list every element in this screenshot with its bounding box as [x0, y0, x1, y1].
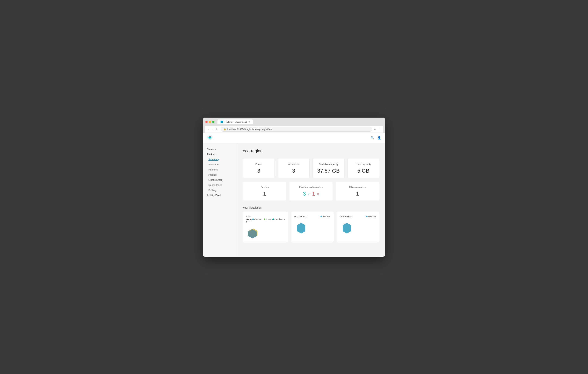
traffic-light-maximize[interactable] [212, 121, 214, 123]
browser-tab-active[interactable]: Platform – Elastic Cloud × [218, 120, 253, 124]
stat-card-zones: Zones 3 [243, 159, 275, 178]
stat-label-proxies: Proxies [247, 186, 282, 188]
sidebar: Clusters Platform Summary Allocators Run… [203, 143, 237, 257]
x-icon: ✕ [317, 192, 319, 195]
nav-back-button[interactable]: ‹ [208, 127, 210, 131]
zone-1-svg-icon [296, 222, 306, 234]
sidebar-item-summary[interactable]: Summary [203, 157, 237, 162]
browser-toolbar: ‹ › ↻ 🔒 localhost:12400/#/region/ece-reg… [205, 126, 383, 133]
tab-close-button[interactable]: × [248, 121, 250, 123]
zone-0-badge-proxy: proxy [264, 218, 271, 220]
sidebar-item-proxies[interactable]: Proxies [203, 172, 237, 177]
zone-card-1[interactable]: ece-zone-1 allocator [291, 212, 334, 243]
stat-card-available-capacity: Available capacity 37.57 GB [313, 159, 344, 178]
stat-value-available-capacity: 37.57 GB [316, 168, 340, 174]
stat-value-es-clusters: 3 ✓ 1 ✕ [293, 191, 329, 197]
bookmark-icon[interactable]: ★ [374, 128, 376, 131]
sidebar-item-elastic-stack[interactable]: Elastic Stack [203, 177, 237, 182]
sidebar-item-repositories[interactable]: Repositories [203, 182, 237, 187]
zone-0-icon [246, 227, 285, 240]
badge-dot-proxy [264, 219, 265, 220]
app-logo-container[interactable] [207, 134, 213, 141]
zone-2-badges: allocator [366, 215, 376, 218]
menu-icon[interactable]: ⋮ [378, 128, 380, 131]
stat-card-allocators: Allocators 3 [278, 159, 310, 178]
search-icon[interactable]: 🔍 [370, 136, 374, 140]
zone-0-badges: allocator proxy coordinator [252, 218, 285, 220]
browser-content: 🔍 👤 Clusters Platform Summary Allocators… [203, 133, 385, 257]
badge-dot-allocator [252, 219, 254, 220]
badge-dot-1-allocator [321, 216, 322, 217]
lock-icon: 🔒 [223, 128, 226, 131]
address-bar[interactable]: 🔒 localhost:12400/#/region/ece-region/pl… [221, 127, 372, 132]
traffic-lights [205, 121, 214, 123]
zone-2-icon [340, 221, 376, 234]
stat-label-zones: Zones [247, 163, 271, 165]
page-title: ece-region [243, 149, 379, 154]
app-header: 🔍 👤 [203, 133, 385, 143]
user-icon[interactable]: 👤 [377, 136, 381, 140]
main-content: ece-region Zones 3 Allocators 3 Availabl… [237, 143, 385, 257]
stat-card-used-capacity: Used capacity 5 GB [347, 159, 379, 178]
zone-0-badge-coordinator: coordinator [273, 218, 285, 220]
browser-tabs: Platform – Elastic Cloud × [218, 120, 383, 124]
zone-1-icon [294, 221, 330, 234]
zone-2-badge-allocator: allocator [366, 215, 376, 218]
zone-2-header: ece-zone-2 allocator [340, 215, 376, 218]
stat-value-used-capacity: 5 GB [351, 168, 375, 174]
browser-chrome: Platform – Elastic Cloud × ‹ › ↻ 🔒 local… [203, 118, 385, 133]
browser-window: Platform – Elastic Cloud × ‹ › ↻ 🔒 local… [203, 118, 385, 257]
zone-1-badge-allocator: allocator [321, 215, 331, 218]
stats-grid-2: Proxies 1 Elasticsearch clusters 3 ✓ 1 ✕ [243, 182, 379, 201]
installation-title: Your installation [243, 206, 379, 209]
es-clusters-healthy-count: 3 [303, 191, 306, 197]
stat-label-es-clusters: Elasticsearch clusters [293, 186, 329, 188]
zone-0-name: ece-zone-0 [246, 215, 252, 224]
sidebar-item-activity-feed[interactable]: Activity Feed [203, 193, 237, 198]
check-icon: ✓ [308, 192, 310, 196]
stat-value-zones: 3 [247, 168, 271, 174]
browser-titlebar: Platform – Elastic Cloud × [205, 120, 383, 124]
stat-card-es-clusters: Elasticsearch clusters 3 ✓ 1 ✕ [289, 182, 333, 201]
traffic-light-close[interactable] [205, 121, 208, 123]
es-clusters-error-count: 1 [312, 191, 315, 197]
stat-label-kibana-clusters: Kibana clusters [340, 186, 375, 188]
zone-card-2[interactable]: ece-zone-2 allocator [337, 212, 379, 243]
url-text: localhost:12400/#/region/ece-region/plat… [227, 128, 272, 131]
tab-title: Platform – Elastic Cloud [225, 121, 247, 123]
zone-0-badge-allocator: allocator [252, 218, 262, 220]
zone-0-svg-icon [248, 228, 258, 240]
traffic-light-minimize[interactable] [209, 121, 211, 123]
sidebar-clusters-label[interactable]: Clusters [203, 147, 237, 152]
zone-1-name: ece-zone-1 [294, 215, 307, 218]
sidebar-item-settings[interactable]: Settings [203, 187, 237, 193]
toolbar-actions: ★ ⋮ [374, 128, 380, 131]
zone-2-svg-icon [342, 222, 352, 234]
nav-refresh-button[interactable]: ↻ [215, 127, 219, 131]
svg-marker-4 [297, 223, 305, 233]
stat-value-kibana-clusters: 1 [340, 191, 375, 197]
zone-1-header: ece-zone-1 allocator [294, 215, 330, 218]
zone-grid: ece-zone-0 allocator proxy [243, 212, 379, 243]
stats-grid-1: Zones 3 Allocators 3 Available capacity … [243, 159, 379, 178]
stat-value-proxies: 1 [247, 191, 282, 197]
sidebar-item-runners[interactable]: Runners [203, 167, 237, 172]
svg-marker-5 [343, 223, 351, 233]
stat-value-allocators: 3 [282, 168, 305, 174]
badge-dot-coordinator [273, 219, 274, 220]
badge-dot-2-allocator [366, 216, 368, 217]
app-body: Clusters Platform Summary Allocators Run… [203, 143, 385, 257]
nav-forward-button[interactable]: › [212, 127, 214, 131]
stat-label-used-capacity: Used capacity [351, 163, 375, 165]
zone-0-header: ece-zone-0 allocator proxy [246, 215, 285, 224]
sidebar-item-allocators[interactable]: Allocators [203, 162, 237, 167]
elastic-logo [207, 134, 213, 140]
tab-favicon [220, 121, 223, 123]
sidebar-platform-label[interactable]: Platform [203, 152, 237, 157]
stat-card-proxies: Proxies 1 [243, 182, 286, 201]
zone-1-badges: allocator [321, 215, 331, 218]
stat-card-kibana-clusters: Kibana clusters 1 [336, 182, 379, 201]
stat-label-available-capacity: Available capacity [316, 163, 340, 165]
zone-card-0[interactable]: ece-zone-0 allocator proxy [243, 212, 288, 243]
header-actions: 🔍 👤 [370, 136, 381, 140]
